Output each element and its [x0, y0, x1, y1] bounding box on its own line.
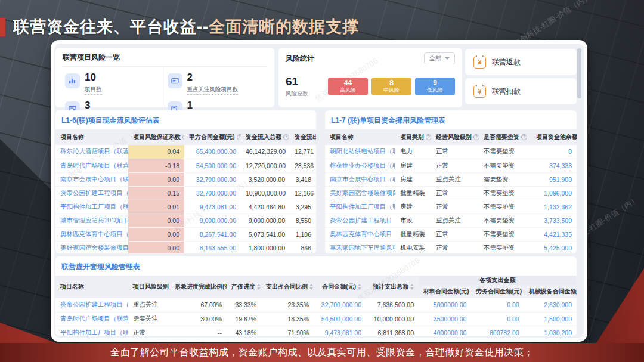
- info-icon[interactable]: ?: [521, 134, 527, 140]
- project-name-link[interactable]: 平阳构件加工厂项目（联...: [325, 200, 395, 214]
- project-name-link[interactable]: 美好家园宿舍楼装修项目...: [55, 241, 128, 253]
- project-name-link[interactable]: 青岛时代广场项目（联营）: [55, 312, 128, 326]
- fund-misuse-table-title[interactable]: L1-7 (联)单项目资金挪用风险管理表: [331, 116, 445, 125]
- project-name-link[interactable]: 平阳构件加工厂项目（联...: [55, 200, 128, 214]
- sort-icon[interactable]: [309, 284, 313, 290]
- info-icon[interactable]: ?: [473, 134, 479, 140]
- dashboard-window: 联营项目风险一览 10项目数2重点关注风险项目数3风险项目数1需要关注风险项目数…: [51, 40, 587, 342]
- column-header[interactable]: 预计支出总额: [366, 276, 419, 298]
- sort-icon[interactable]: [257, 284, 261, 290]
- table-row[interactable]: 青岛时代广场项目（联营）-0.1854,500,000.0012,720,000…: [55, 159, 316, 172]
- info-icon[interactable]: ?: [182, 134, 184, 140]
- table-row[interactable]: 炎帝公园扩建工程项目（...市政重点关注不需要垫资3,733,500: [325, 214, 577, 227]
- vertical-scrollbar-thumb[interactable]: [577, 48, 581, 98]
- info-icon[interactable]: ?: [426, 134, 431, 140]
- column-header[interactable]: 资金流出总额: [290, 129, 316, 145]
- table-row[interactable]: 奥林匹克体育中心项目（...批量精装正常不需要垫资4,421,335: [325, 227, 577, 241]
- table-header-row: 项目名称项目类别?经营风险级别?是否需要垫资?项目资金池余额(元)(元)?: [325, 129, 577, 145]
- column-header[interactable]: 劳务合同金额(元): [471, 285, 524, 298]
- sort-icon[interactable]: [410, 284, 414, 290]
- column-header-label: 合同金额(元): [322, 283, 356, 291]
- project-name-link[interactable]: 科尔沁大酒店项目（联营）: [55, 145, 128, 159]
- column-header[interactable]: 甲方合同金额(元)?: [184, 129, 241, 145]
- overview-title: 联营项目风险一览: [63, 52, 267, 67]
- false-invoicing-table-title[interactable]: 联营虚开套现风险管理表: [61, 262, 140, 271]
- table-row[interactable]: 南京市会展中心项目（联...房建重点关注需要垫资951,900: [325, 172, 577, 186]
- table-row[interactable]: 榕葆物业办公楼项目（联...房建正常不需要垫资374,333: [325, 159, 577, 172]
- project-name-link[interactable]: 南京市会展中心项目（联...: [325, 172, 395, 186]
- cashflow-risk-table: 项目名称项目风险保证系数?甲方合同金额(元)?资金流入总额?资金流出总额科尔沁大…: [55, 129, 316, 253]
- sort-icon[interactable]: [524, 289, 524, 295]
- cashflow-table-title[interactable]: L1-6(联)项目现金流风险评估表: [61, 116, 160, 125]
- column-header[interactable]: 项目风险保证系数?: [128, 129, 184, 145]
- advance-required-cell: 不需要垫资: [479, 145, 531, 159]
- project-name-link[interactable]: 炎帝公园扩建工程项目（...: [325, 214, 395, 227]
- project-name-link[interactable]: 美好家园宿舍楼装修项目...: [325, 186, 395, 200]
- table-row[interactable]: 平阳构件加工厂项目（联...-0.019,473,081.004,420,464…: [55, 200, 316, 214]
- column-header[interactable]: 是否需要垫资?: [479, 129, 531, 145]
- risk-badge[interactable]: 8中风险: [371, 78, 411, 95]
- column-header[interactable]: 资金流入总额?: [241, 129, 290, 145]
- column-header[interactable]: 项目名称: [55, 276, 128, 298]
- project-name-link[interactable]: 奥林匹克体育中心项目（...: [325, 227, 395, 241]
- column-header[interactable]: 经营风险级别?: [431, 129, 479, 145]
- column-header-label: 项目名称: [60, 283, 84, 291]
- project-name-link[interactable]: 南京市会展中心项目（联...: [55, 172, 128, 186]
- project-name-link[interactable]: 嘉禾家园地下车库通风项...: [325, 241, 395, 253]
- project-name-link[interactable]: 炎帝公园扩建工程项目（...: [55, 186, 128, 200]
- risk-filter-dropdown[interactable]: 全部: [424, 52, 455, 64]
- column-header[interactable]: 机械设备合同金额(元): [524, 285, 577, 298]
- project-name-link[interactable]: 炎帝公园扩建工程项目（联...: [55, 298, 128, 312]
- column-header-label: 是否需要垫资: [484, 133, 519, 141]
- column-header[interactable]: 项目风险级别: [128, 276, 170, 298]
- table-row[interactable]: 科尔沁大酒店项目（联营）0.0465,400,000.0046,142,329.…: [55, 145, 316, 159]
- fund-pool-balance-cell: 374,333: [531, 159, 577, 172]
- action-joint-deduction[interactable]: ¥ 联营扣款: [465, 78, 577, 104]
- column-header[interactable]: 项目名称: [55, 129, 128, 145]
- sort-icon[interactable]: [358, 284, 361, 290]
- project-name-link[interactable]: 青岛时代广场项目（联营）: [55, 159, 128, 172]
- risk-level-cell: 正常: [431, 241, 479, 253]
- table-row[interactable]: 美好家园宿舍楼装修项目...批量精装正常不需要垫资1,096,000: [325, 186, 577, 200]
- outflow-cell: 866: [290, 241, 316, 253]
- column-header[interactable]: 形象进度完成比例(%): [170, 276, 227, 298]
- inflow-cell: 5,073,541.00: [241, 227, 290, 241]
- project-name-link[interactable]: 榕葆物业办公楼项目（联...: [325, 159, 395, 172]
- risk-badge[interactable]: 9低风险: [415, 78, 455, 95]
- overview-stat[interactable]: 2重点关注风险项目数: [165, 67, 268, 95]
- column-header[interactable]: 合同金额(元): [314, 276, 366, 298]
- table-row[interactable]: 平阳构件加工厂项目（联...房建正常不需要垫资1,132,362: [325, 200, 577, 214]
- advance-required-cell: 不需要垫资: [479, 241, 531, 253]
- table-row[interactable]: 嘉禾家园地下车库通风项...机电安装正常不需要垫资5,425,000: [325, 241, 577, 253]
- table-row[interactable]: 炎帝公园扩建工程项目（联...重点关注67.00%33.33%23.35%32,…: [55, 298, 577, 312]
- table-row[interactable]: 炎帝公园扩建工程项目（...-0.1532,700,000.0010,900,0…: [55, 186, 316, 200]
- column-header[interactable]: 支出占合同比例: [261, 276, 314, 298]
- column-header-label: 机械设备合同金额(元): [529, 287, 577, 296]
- project-name-link[interactable]: 朝阳北站供电站项目（联...: [325, 145, 395, 159]
- table-row[interactable]: 青岛时代广场项目（联营）需要关注30.00%19.67%18.35%54,500…: [55, 312, 577, 326]
- overview-stat[interactable]: 10项目数: [63, 67, 165, 95]
- bar-chart-icon: [65, 73, 80, 88]
- column-header-label: 项目风险级别: [133, 283, 169, 291]
- table-row[interactable]: 朝阳北站供电站项目（联...电力正常不需要垫资0: [325, 145, 577, 159]
- info-icon[interactable]: ?: [283, 134, 289, 140]
- table-row[interactable]: 奥林匹克体育中心项目（...0.008,267,541.005,073,541.…: [55, 227, 316, 241]
- table-row[interactable]: 美好家园宿舍楼装修项目...0.008,163,555.001,800,000.…: [55, 241, 316, 253]
- project-name-link[interactable]: 平阳构件加工厂项目（联营）: [55, 326, 128, 336]
- risk-badge[interactable]: 44高风险: [328, 78, 368, 95]
- table-row[interactable]: 平阳构件加工厂项目（联营）正常--43.18%71.90%9,473,081.0…: [55, 326, 577, 336]
- column-header[interactable]: 材料合同金额(元): [419, 285, 471, 298]
- sort-icon[interactable]: [471, 289, 472, 295]
- table-row[interactable]: 南京市会展中心项目（联...0.0032,700,000.003,520,000…: [55, 172, 316, 186]
- info-icon[interactable]: ?: [237, 134, 241, 140]
- project-name-link[interactable]: 奥林匹克体育中心项目（...: [55, 227, 128, 241]
- column-header[interactable]: 产值进度: [227, 276, 261, 298]
- column-header-label: 甲方合同金额(元): [189, 133, 235, 141]
- action-joint-refund[interactable]: ¥ 联营返款: [465, 49, 577, 75]
- column-header[interactable]: 项目类别?: [395, 129, 431, 145]
- column-header[interactable]: 项目资金池余额(元)(元)?: [531, 129, 577, 145]
- column-header[interactable]: 项目名称: [325, 129, 395, 145]
- table-row[interactable]: 城市管理应急房101项目...0.009,000,000.009,000,000…: [55, 214, 316, 227]
- project-name-link[interactable]: 城市管理应急房101项目...: [55, 214, 128, 227]
- category-cell: 批量精装: [395, 186, 431, 200]
